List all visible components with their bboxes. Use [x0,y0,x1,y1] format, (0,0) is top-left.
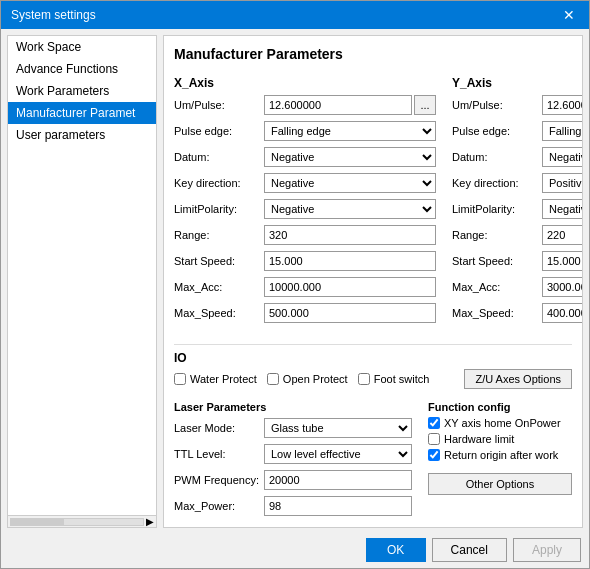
x-pulse-edge-select[interactable]: Falling edge [264,121,436,141]
water-protect-item[interactable]: Water Protect [174,373,257,385]
x-range-label: Range: [174,229,264,241]
y-um-pulse-row: Um/Pulse: ... [452,94,583,116]
foot-switch-label: Foot switch [374,373,430,385]
lower-row: Laser Parameters Laser Mode: Glass tube … [174,401,572,521]
y-keydir-label: Key direction: [452,177,542,189]
y-maxacc-label: Max_Acc: [452,281,542,293]
laser-mode-row: Laser Mode: Glass tube [174,417,412,439]
y-maxacc-row: Max_Acc: [452,276,583,298]
laser-mode-select[interactable]: Glass tube [264,418,412,438]
y-startspeed-label: Start Speed: [452,255,542,267]
y-pulse-edge-row: Pulse edge: Falling edge [452,120,583,142]
sidebar-item-userparams[interactable]: User parameters [8,124,156,146]
xy-home-checkbox[interactable] [428,417,440,429]
open-protect-checkbox[interactable] [267,373,279,385]
hw-limit-label: Hardware limit [444,433,514,445]
y-limitpol-row: LimitPolarity: Negative [452,198,583,220]
sidebar-item-workparams[interactable]: Work Parameters [8,80,156,102]
sidebar-scrollbar[interactable]: ▶ [8,515,156,527]
x-um-pulse-label: Um/Pulse: [174,99,264,111]
y-datum-label: Datum: [452,151,542,163]
water-protect-label: Water Protect [190,373,257,385]
y-datum-select[interactable]: Negative [542,147,583,167]
apply-btn[interactable]: Apply [513,538,581,562]
open-protect-label: Open Protect [283,373,348,385]
close-button[interactable]: ✕ [559,7,579,23]
hw-limit-checkbox[interactable] [428,433,440,445]
xy-home-item[interactable]: XY axis home OnPower [428,417,572,429]
x-maxacc-row: Max_Acc: [174,276,436,298]
y-axis-group: Y_Axis Um/Pulse: ... Pulse edge: Falling… [452,76,583,328]
max-power-label: Max_Power: [174,500,264,512]
x-datum-select[interactable]: Negative [264,147,436,167]
title-bar: System settings ✕ [1,1,589,29]
ttl-level-label: TTL Level: [174,448,264,460]
ok-btn[interactable]: OK [366,538,426,562]
y-datum-row: Datum: Negative [452,146,583,168]
y-axis-label: Y_Axis [452,76,583,90]
x-um-pulse-input[interactable] [264,95,412,115]
scroll-right-btn[interactable]: ▶ [146,516,154,527]
x-startspeed-row: Start Speed: [174,250,436,272]
cancel-btn[interactable]: Cancel [432,538,507,562]
other-options-btn[interactable]: Other Options [428,473,572,495]
hw-limit-item[interactable]: Hardware limit [428,433,572,445]
y-range-row: Range: [452,224,583,246]
x-um-pulse-field: ... [264,95,436,115]
y-keydir-select[interactable]: Positive [542,173,583,193]
x-axis-group: X_Axis Um/Pulse: ... Pulse edge: Falling… [174,76,436,328]
y-um-pulse-field: ... [542,95,583,115]
x-datum-row: Datum: Negative [174,146,436,168]
xy-home-label: XY axis home OnPower [444,417,561,429]
scroll-thumb [11,519,64,525]
x-maxacc-label: Max_Acc: [174,281,264,293]
main-content: Manufacturer Parameters X_Axis Um/Pulse:… [163,35,583,528]
laser-params: Laser Parameters Laser Mode: Glass tube … [174,401,412,521]
function-config: Function config XY axis home OnPower Har… [428,401,572,521]
y-limitpol-select[interactable]: Negative [542,199,583,219]
x-limitpol-select[interactable]: Negative [264,199,436,219]
max-power-input[interactable] [264,496,412,516]
x-limitpol-label: LimitPolarity: [174,203,264,215]
x-startspeed-label: Start Speed: [174,255,264,267]
pwm-freq-input[interactable] [264,470,412,490]
x-keydir-row: Key direction: Negative [174,172,436,194]
sidebar-item-advance[interactable]: Advance Functions [8,58,156,80]
x-maxspeed-input[interactable] [264,303,436,323]
foot-switch-item[interactable]: Foot switch [358,373,430,385]
foot-switch-checkbox[interactable] [358,373,370,385]
y-um-pulse-label: Um/Pulse: [452,99,542,111]
y-range-input[interactable] [542,225,583,245]
window-body: Work Space Advance Functions Work Parame… [1,29,589,534]
water-protect-checkbox[interactable] [174,373,186,385]
max-power-row: Max_Power: [174,495,412,517]
y-startspeed-row: Start Speed: [452,250,583,272]
y-startspeed-input[interactable] [542,251,583,271]
window-title: System settings [11,8,96,22]
x-range-row: Range: [174,224,436,246]
x-range-input[interactable] [264,225,436,245]
y-um-pulse-input[interactable] [542,95,583,115]
return-origin-checkbox[interactable] [428,449,440,461]
y-maxacc-input[interactable] [542,277,583,297]
io-section: IO Water Protect Open Protect Foot switc… [174,344,572,393]
x-um-pulse-browse-btn[interactable]: ... [414,95,436,115]
ttl-level-select[interactable]: Low level effective [264,444,412,464]
y-maxspeed-input[interactable] [542,303,583,323]
return-origin-label: Return origin after work [444,449,558,461]
sidebar-item-workspace[interactable]: Work Space [8,36,156,58]
x-startspeed-input[interactable] [264,251,436,271]
sidebar-item-manufacturer[interactable]: Manufacturer Paramet [8,102,156,124]
x-keydir-label: Key direction: [174,177,264,189]
open-protect-item[interactable]: Open Protect [267,373,348,385]
x-limitpol-row: LimitPolarity: Negative [174,198,436,220]
func-config-title: Function config [428,401,572,413]
x-axis-label: X_Axis [174,76,436,90]
return-origin-item[interactable]: Return origin after work [428,449,572,461]
x-maxacc-input[interactable] [264,277,436,297]
zu-axes-btn[interactable]: Z/U Axes Options [464,369,572,389]
x-keydir-select[interactable]: Negative [264,173,436,193]
x-maxspeed-row: Max_Speed: [174,302,436,324]
ttl-level-row: TTL Level: Low level effective [174,443,412,465]
y-pulse-edge-select[interactable]: Falling edge [542,121,583,141]
